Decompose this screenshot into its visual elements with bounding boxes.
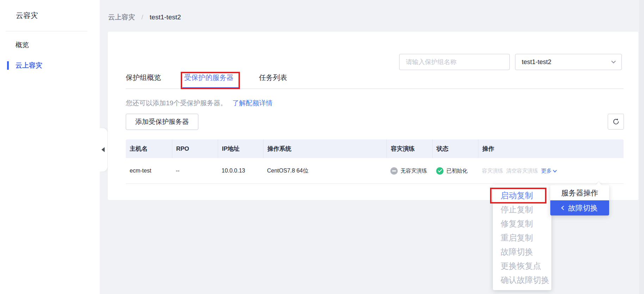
sidebar-collapse-handle[interactable] <box>100 128 107 171</box>
sidebar-item-cloud-dr[interactable]: 云上容灾 <box>16 61 42 70</box>
annotation-box-menu-item <box>490 188 546 204</box>
table-row: ecm-test -- 10.0.0.13 CentOS7.8 64位 无容灾演… <box>126 158 624 184</box>
tab-protection-group-overview[interactable]: 保护组概览 <box>126 73 161 82</box>
cell-ip: 10.0.0.13 <box>218 158 263 183</box>
check-circle-icon <box>436 167 444 175</box>
cell-hostname: ecm-test <box>126 158 172 183</box>
menu-item-change-recovery-point[interactable]: 更换恢复点 <box>493 259 551 273</box>
active-indicator <box>7 61 9 70</box>
cell-status: 已初始化 <box>432 158 478 183</box>
column-header-ip: IP地址 <box>218 139 263 158</box>
column-header-status: 状态 <box>432 139 478 158</box>
column-header-dr-drill: 容灾演练 <box>386 139 432 158</box>
menu-item-failover-label: 故障切换 <box>568 203 598 213</box>
refresh-icon <box>612 118 620 125</box>
breadcrumb: 云上容灾 / test1-test2 <box>108 13 181 22</box>
chevron-left-icon <box>561 206 566 210</box>
quota-text: 您还可以添加19个受保护服务器。 <box>126 99 227 107</box>
status-label: 已初始化 <box>446 168 467 174</box>
menu-item-restart-replication[interactable]: 重启复制 <box>493 231 551 245</box>
cell-dr-drill: 无容灾演练 <box>386 158 432 183</box>
sidebar-collapse-icon <box>101 147 105 152</box>
column-header-operation: 操作 <box>478 139 624 158</box>
menu-item-failover[interactable]: 故障切换 <box>493 245 551 259</box>
content-card: test1-test2 保护组概览 受保护的服务器 任务列表 您还可以添加19个… <box>108 32 638 200</box>
add-protected-server-button[interactable]: 添加受保护服务器 <box>126 114 198 130</box>
page: 云容灾 概览 云上容灾 云上容灾 / test1-test2 test1-tes… <box>0 0 644 294</box>
tab-task-list[interactable]: 任务列表 <box>259 73 287 82</box>
menu-item-stop-replication[interactable]: 停止复制 <box>493 202 551 217</box>
breadcrumb-parent[interactable]: 云上容灾 <box>108 13 135 21</box>
search-input[interactable] <box>399 54 510 70</box>
op-more-link[interactable]: 更多 <box>541 168 556 174</box>
menu-item-confirm-failover[interactable]: 确认故障切换 <box>493 273 551 287</box>
breadcrumb-current: test1-test2 <box>150 13 181 21</box>
column-header-hostname: 主机名 <box>126 139 172 158</box>
column-header-os: 操作系统 <box>263 139 386 158</box>
chevron-down-icon <box>611 59 616 63</box>
minus-circle-icon <box>390 167 398 175</box>
annotation-box-tab <box>181 72 240 89</box>
menu-item-server-operation[interactable]: 服务器操作 <box>550 185 609 200</box>
sidebar: 云容灾 概览 云上容灾 <box>0 0 100 294</box>
sidebar-title: 云容灾 <box>16 11 38 20</box>
cell-rpo: -- <box>172 158 218 183</box>
table-header: 主机名 RPO IP地址 操作系统 容灾演练 状态 操作 <box>126 139 624 158</box>
protection-group-select[interactable]: test1-test2 <box>515 54 622 70</box>
scrollbar[interactable] <box>639 0 644 294</box>
column-header-rpo: RPO <box>172 139 218 158</box>
op-more-label: 更多 <box>541 168 552 174</box>
menu-item-failover-submenu[interactable]: 故障切换 <box>550 200 609 215</box>
quota-details-link[interactable]: 了解配额详情 <box>232 99 272 107</box>
quota-hint: 您还可以添加19个受保护服务器。 了解配额详情 <box>126 99 272 108</box>
more-dropdown-menu: 服务器操作 故障切换 <box>550 185 609 215</box>
cell-operations: 容灾演练 清空容灾演练 更多 <box>478 158 624 183</box>
refresh-button[interactable] <box>608 114 624 130</box>
protection-group-select-value: test1-test2 <box>522 58 612 66</box>
menu-item-repair-replication[interactable]: 修复复制 <box>493 217 551 231</box>
sidebar-item-overview[interactable]: 概览 <box>16 40 29 50</box>
op-drill-link[interactable]: 容灾演练 <box>482 168 503 174</box>
sidebar-divider <box>6 31 87 31</box>
op-clear-drill-link[interactable]: 清空容灾演练 <box>506 168 538 174</box>
chevron-down-icon <box>553 168 557 172</box>
cell-os: CentOS7.8 64位 <box>263 158 386 183</box>
dr-drill-status-label: 无容灾演练 <box>401 168 427 174</box>
breadcrumb-separator: / <box>141 13 143 21</box>
